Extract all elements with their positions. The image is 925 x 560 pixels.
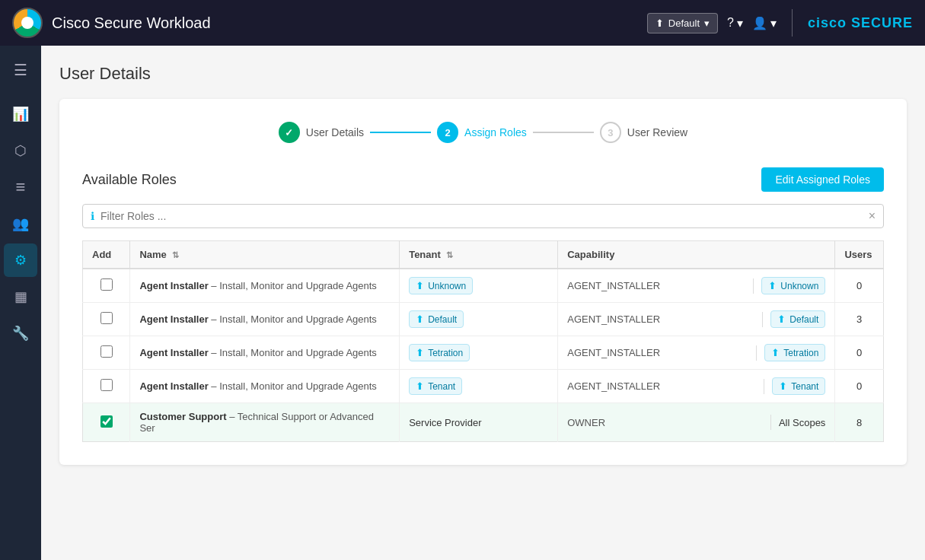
database-icon: ▦ [14,288,27,305]
col-header-add: Add [83,241,130,269]
cap-tenant-icon: ⬆ [771,347,780,358]
row-4-role-name: Agent Installer [139,380,208,392]
filter-roles-input[interactable] [100,210,869,222]
row-4-role-desc: – Install, Monitor and Upgrade Agents [211,380,377,392]
row-5-cap-tenant-label: All Scopes [779,417,825,428]
roles-header: Available Roles Edit Assigned Roles [82,167,884,192]
app-logo: Cisco Secure Workload [12,8,211,38]
table-row: Customer Support – Technical Support or … [83,403,884,442]
cisco-logo: cisco SECURE [808,15,913,31]
chevron-down-icon: ▾ [704,18,710,29]
sidebar-item-network[interactable]: ⬡ [4,134,37,167]
row-1-name-cell: Agent Installer – Install, Monitor and U… [130,269,400,303]
row-1-role-desc: – Install, Monitor and Upgrade Agents [211,280,377,291]
row-4-checkbox[interactable] [100,379,113,391]
user-button[interactable]: 👤 ▾ [752,16,777,30]
row-5-users-cell: 8 [835,403,884,442]
roles-section-title: Available Roles [82,172,177,188]
step-3-circle: 3 [600,122,621,143]
row-3-checkbox[interactable] [100,345,113,358]
row-1-role-name: Agent Installer [139,280,208,291]
chart-icon: 📊 [12,106,29,123]
row-1-users-cell: 0 [835,269,884,303]
help-label: ? [727,16,734,30]
filter-info-icon: ℹ [91,210,94,222]
row-3-cap-tenant-label: Tetration [783,348,818,358]
row-3-users-cell: 0 [835,336,884,370]
sidebar: ☰ 📊 ⬡ ≡ 👥 ⚙ ▦ 🔧 [0,46,41,483]
logo-icon [12,8,43,38]
gear-icon: ⚙ [14,252,27,269]
filter-bar: ℹ × [82,204,884,228]
row-1-cap-tenant-label: Unknown [780,281,818,291]
cap-tenant-icon: ⬆ [779,380,787,392]
roles-table: Add Name ⇅ Tenant ⇅ Capability Users [82,240,884,442]
table-row: Agent Installer – Install, Monitor and U… [83,336,884,370]
tenant-sort-icon[interactable]: ⇅ [446,250,453,259]
step-1-label: User Details [306,126,364,138]
cap-divider [762,312,763,327]
sidebar-item-dashboard[interactable]: 📊 [4,97,37,131]
step-3-number: 3 [608,127,613,138]
row-1-tenant-badge: ⬆ Unknown [409,277,473,294]
edit-assigned-roles-button[interactable]: Edit Assigned Roles [761,167,884,192]
row-5-checkbox[interactable] [100,415,113,428]
list-icon: ≡ [16,177,26,197]
row-1-cap-tenant-badge: ⬆ Unknown [761,277,825,294]
row-2-tenant-cell: ⬆ Default [400,303,558,336]
scope-icon: ⬆ [655,18,664,29]
page-title: User Details [59,64,907,84]
row-2-name-cell: Agent Installer – Install, Monitor and U… [130,303,400,336]
row-3-name-cell: Agent Installer – Install, Monitor and U… [130,336,400,370]
scope-label: Default [668,18,700,29]
cap-divider [753,278,754,294]
row-1-capability-cell: AGENT_INSTALLER ⬆ Unknown [558,269,835,303]
row-5-checkbox-cell [83,403,130,442]
sidebar-item-settings[interactable]: ⚙ [4,243,37,277]
sidebar-item-people[interactable]: 👥 [4,207,37,240]
row-4-tenant-cell: ⬆ Tenant [400,370,558,403]
row-1-checkbox[interactable] [100,278,113,291]
name-sort-icon[interactable]: ⇅ [172,250,179,259]
col-header-tenant: Tenant ⇅ [400,241,558,269]
sidebar-menu-toggle[interactable]: ☰ [4,53,37,87]
sidebar-item-database[interactable]: ▦ [4,280,37,313]
sidebar-item-inventory[interactable]: ≡ [4,170,37,204]
navbar-divider [792,9,793,37]
wizard-card: ✓ User Details 2 Assign Roles 3 User Rev… [59,99,907,465]
step-connector-2 [533,132,594,133]
row-4-cap-tenant-badge: ⬆ Tenant [772,377,825,395]
table-row: Agent Installer – Install, Monitor and U… [83,269,884,303]
row-4-users-cell: 0 [835,370,884,403]
col-header-capability: Capability [558,241,835,269]
tools-icon: 🔧 [12,325,29,342]
app-title: Cisco Secure Workload [52,14,211,32]
row-4-tenant-label: Tenant [428,381,455,392]
row-3-role-desc: – Install, Monitor and Upgrade Agents [211,347,377,358]
row-4-cap-tenant-label: Tenant [791,381,818,392]
row-1-tenant-label: Unknown [428,281,466,291]
cap-divider [764,379,764,394]
step-2-number: 2 [445,127,450,138]
filter-clear-icon[interactable]: × [869,209,876,223]
help-button[interactable]: ? ▾ [727,16,743,30]
checkmark-icon: ✓ [285,127,293,138]
table-row: Agent Installer – Install, Monitor and U… [83,370,884,403]
row-2-role-name: Agent Installer [139,313,208,325]
row-2-checkbox[interactable] [100,312,113,324]
row-5-capability-cell: OWNER All Scopes [558,403,835,442]
step-1: ✓ User Details [279,122,364,143]
tenant-icon: ⬆ [416,280,424,291]
row-2-users-cell: 3 [835,303,884,336]
row-1-checkbox-cell [83,269,130,303]
row-2-role-desc: – Install, Monitor and Upgrade Agents [211,313,377,325]
row-3-tenant-badge: ⬆ Tetration [409,344,470,361]
sidebar-item-tools[interactable]: 🔧 [4,317,37,350]
row-4-checkbox-cell [83,370,130,403]
row-1-tenant-cell: ⬆ Unknown [400,269,558,303]
step-2-label: Assign Roles [464,126,527,138]
tenant-icon: ⬆ [416,380,424,392]
default-scope-button[interactable]: ⬆ Default ▾ [647,13,718,33]
step-2-circle: 2 [437,122,458,143]
step-1-circle: ✓ [279,122,300,143]
